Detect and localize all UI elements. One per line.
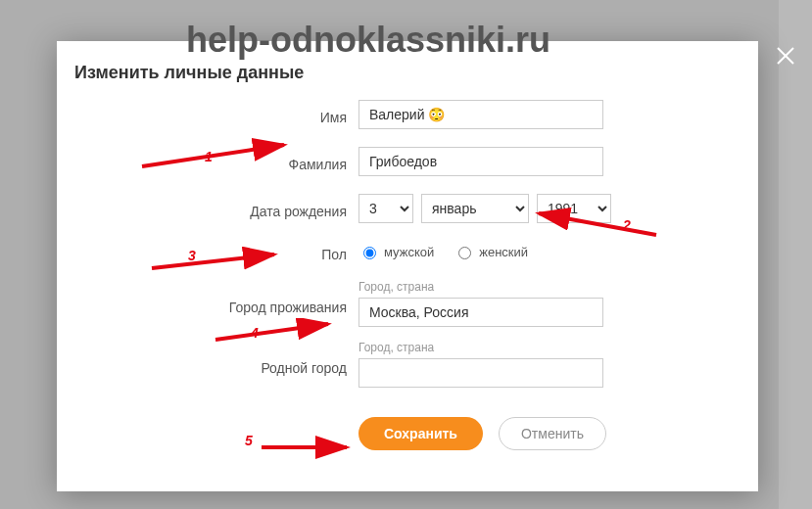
gender-female-option[interactable]: женский xyxy=(454,244,528,259)
gender-radio-group: мужской женский xyxy=(358,244,542,259)
gender-male-label: мужской xyxy=(384,245,434,259)
annotation-1: 1 xyxy=(205,149,213,164)
cancel-button[interactable]: Отменить xyxy=(499,417,606,450)
label-city-live: Город проживания xyxy=(57,280,358,315)
annotation-2: 2 xyxy=(623,217,631,233)
row-birthdate: Дата рождения 3 январь 1991 xyxy=(57,194,758,223)
gender-female-radio[interactable] xyxy=(458,247,471,259)
annotation-4: 4 xyxy=(251,325,259,341)
name-input[interactable] xyxy=(358,100,603,129)
label-birthdate: Дата рождения xyxy=(57,198,358,219)
row-city-live: Город проживания Город, страна xyxy=(57,280,758,327)
profile-form: Имя Фамилия Дата рождения 3 январь 1991 … xyxy=(57,100,758,450)
annotation-3: 3 xyxy=(188,248,196,263)
day-select[interactable]: 3 xyxy=(358,194,413,223)
save-button[interactable]: Сохранить xyxy=(358,417,483,450)
city-home-input[interactable] xyxy=(358,358,603,388)
city-live-input[interactable] xyxy=(358,298,603,327)
label-city-home: Родной город xyxy=(57,341,358,376)
modal-title: Изменить личные данные xyxy=(74,63,304,83)
label-gender: Пол xyxy=(57,241,358,262)
edit-profile-modal: Изменить личные данные Имя Фамилия Дата … xyxy=(57,41,758,491)
gender-male-radio[interactable] xyxy=(363,247,376,259)
gender-female-label: женский xyxy=(479,245,528,259)
sublabel-city-home: Город, страна xyxy=(358,341,603,354)
annotation-5: 5 xyxy=(245,433,253,448)
sublabel-city-live: Город, страна xyxy=(358,280,603,294)
button-row: Сохранить Отменить xyxy=(358,417,758,450)
surname-input[interactable] xyxy=(358,147,603,176)
row-gender: Пол мужской женский xyxy=(57,241,758,262)
row-surname: Фамилия xyxy=(57,147,758,176)
row-city-home: Родной город Город, страна xyxy=(57,341,758,388)
label-name: Имя xyxy=(57,104,358,125)
month-select[interactable]: январь xyxy=(421,194,529,223)
row-name: Имя xyxy=(57,100,758,129)
gender-male-option[interactable]: мужской xyxy=(358,244,434,259)
close-icon[interactable] xyxy=(775,45,796,70)
year-select[interactable]: 1991 xyxy=(537,194,611,223)
